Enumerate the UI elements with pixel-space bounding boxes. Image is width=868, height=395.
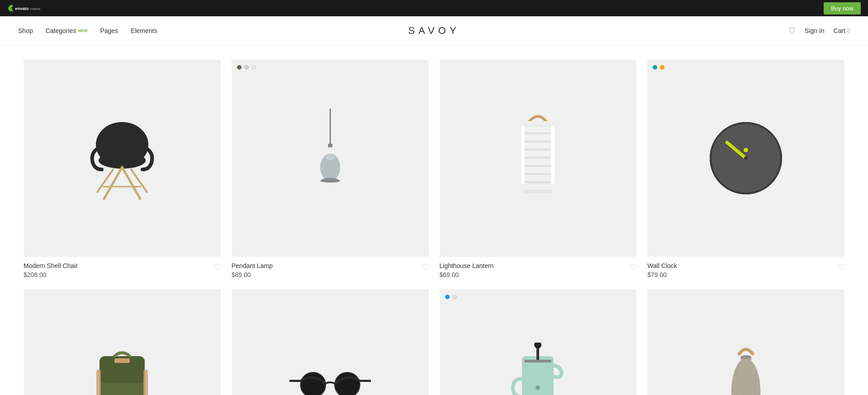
svg-line-5 xyxy=(104,167,122,199)
nav-categories[interactable]: Categories NEW xyxy=(46,27,88,34)
product-price-lamp: $89.00 xyxy=(232,271,273,278)
product-card-sunglasses: Sunglasses $59.00 ♡ xyxy=(226,284,434,395)
coffee-color-dots xyxy=(445,295,457,299)
product-name-clock: Wall Clock xyxy=(647,262,677,269)
top-bar: envato market Buy now xyxy=(0,0,868,16)
wishlist-chair[interactable]: ♡ xyxy=(214,263,221,272)
lamp-color-dots xyxy=(237,65,256,70)
product-info-chair: Modern Shell Chair $208.00 ♡ xyxy=(24,262,221,278)
nav-elements[interactable]: Elements xyxy=(131,27,157,34)
svg-rect-11 xyxy=(328,144,332,147)
color-dot[interactable] xyxy=(653,65,657,70)
product-name-chair: Modern Shell Chair xyxy=(24,262,78,269)
product-card-chair: Modern Shell Chair $208.00 ♡ xyxy=(18,54,226,284)
categories-badge: NEW xyxy=(78,28,87,33)
product-price-chair: $208.00 xyxy=(24,271,78,278)
buy-now-button[interactable]: Buy now xyxy=(824,2,861,14)
product-card-clock: Wall Clock $79.00 ♡ xyxy=(642,54,850,284)
nav-left: Shop Categories NEW Pages Elements xyxy=(18,27,157,34)
nav-shop[interactable]: Shop xyxy=(18,27,33,34)
svg-rect-17 xyxy=(522,126,554,184)
color-dot[interactable] xyxy=(452,295,457,299)
svg-point-15 xyxy=(320,179,340,183)
svg-text:market: market xyxy=(30,7,40,11)
svg-point-63 xyxy=(740,355,751,359)
product-name-lantern: Lighthouse Lantern xyxy=(440,262,494,269)
wishlist-icon[interactable]: ♡ xyxy=(788,26,796,36)
product-grid: Modern Shell Chair $208.00 ♡ xyxy=(0,54,868,395)
color-dot[interactable] xyxy=(244,65,249,70)
wishlist-lamp[interactable]: ♡ xyxy=(422,263,429,272)
svg-point-33 xyxy=(744,148,748,152)
main-nav: Shop Categories NEW Pages Elements SAVOY… xyxy=(0,16,868,45)
svg-rect-42 xyxy=(143,370,148,395)
color-dot[interactable] xyxy=(445,295,450,299)
product-info-lantern: Lighthouse Lantern $69.00 ♡ xyxy=(440,262,637,278)
product-card-lamp: Pendant Lamp $89.00 ♡ xyxy=(226,54,434,284)
product-image-vase[interactable] xyxy=(647,289,844,395)
svg-text:envato: envato xyxy=(15,6,28,11)
wishlist-clock[interactable]: ♡ xyxy=(838,263,844,272)
svg-rect-37 xyxy=(114,358,130,363)
product-image-chair[interactable] xyxy=(24,60,221,257)
clock-color-dots xyxy=(653,65,664,70)
svg-rect-25 xyxy=(521,126,525,184)
svg-rect-27 xyxy=(520,184,556,190)
cart-count: 0 xyxy=(847,28,850,34)
product-card-coffee: French Press $49.00 ♡ xyxy=(434,284,642,395)
product-image-lantern[interactable] xyxy=(440,60,637,257)
svg-point-34 xyxy=(744,156,748,160)
product-price-lantern: $69.00 xyxy=(440,271,494,278)
svg-point-13 xyxy=(326,155,335,160)
color-dot[interactable] xyxy=(251,65,256,70)
product-info-clock: Wall Clock $79.00 ♡ xyxy=(647,262,844,278)
sign-in-link[interactable]: Sign In xyxy=(805,27,825,34)
site-logo: SAVOY xyxy=(408,25,460,37)
wishlist-lantern[interactable]: ♡ xyxy=(630,263,636,272)
nav-pages[interactable]: Pages xyxy=(100,27,118,34)
svg-rect-41 xyxy=(96,370,101,395)
product-name-lamp: Pendant Lamp xyxy=(232,262,273,269)
svg-rect-26 xyxy=(551,126,555,184)
product-image-coffee[interactable] xyxy=(440,289,637,395)
svg-rect-54 xyxy=(524,360,551,362)
product-image-sunglasses[interactable] xyxy=(232,289,429,395)
product-image-backpack[interactable] xyxy=(24,289,221,395)
cart-link[interactable]: Cart 0 xyxy=(834,27,850,34)
svg-rect-28 xyxy=(523,190,552,193)
product-image-lamp[interactable] xyxy=(232,60,429,257)
product-image-clock[interactable] xyxy=(647,60,844,257)
svg-point-56 xyxy=(536,386,540,390)
color-dot[interactable] xyxy=(237,65,242,70)
svg-marker-0 xyxy=(8,5,13,11)
product-info-lamp: Pendant Lamp $89.00 ♡ xyxy=(232,262,429,278)
envato-logo[interactable]: envato market xyxy=(7,4,43,13)
nav-right: ♡ Sign In Cart 0 xyxy=(788,26,850,36)
svg-point-53 xyxy=(534,343,541,348)
product-card-lantern: Lighthouse Lantern $69.00 ♡ xyxy=(434,54,642,284)
product-card-vase: Rope Vase $39.00 ♡ xyxy=(642,284,850,395)
svg-line-6 xyxy=(122,167,140,199)
color-dot[interactable] xyxy=(660,65,664,70)
product-card-backpack: Backpack $149.00 ♡ xyxy=(18,284,226,395)
product-price-clock: $79.00 xyxy=(647,271,677,278)
